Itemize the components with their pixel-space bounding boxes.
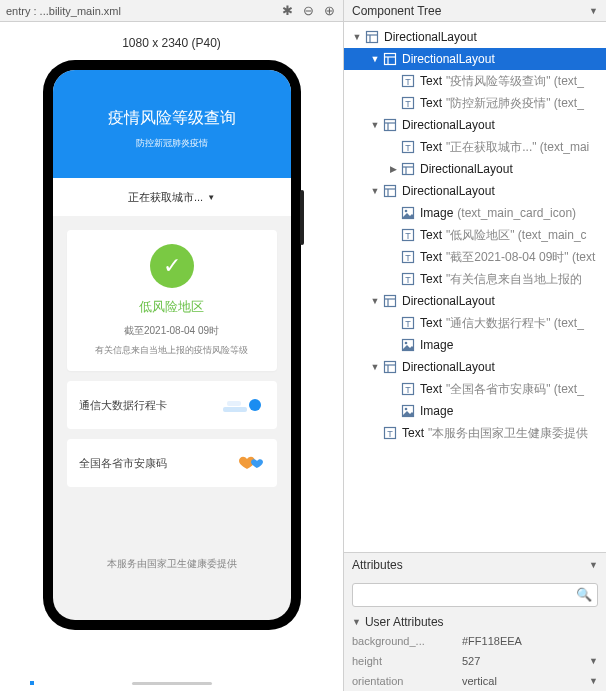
image-icon — [400, 337, 416, 353]
tree-node-extra: "通信大数据行程卡" (text_ — [446, 315, 584, 332]
attr-value[interactable]: vertical▼ — [462, 675, 598, 687]
tree-node-label: Text — [420, 250, 442, 264]
tree-row[interactable]: ▼DirectionalLayout — [344, 48, 606, 70]
tree-node-extra: "有关信息来自当地上报的 — [446, 271, 582, 288]
twisty-icon[interactable]: ▼ — [368, 186, 382, 196]
tree-row[interactable]: ▼DirectionalLayout — [344, 114, 606, 136]
tree-row[interactable]: TText"全国各省市安康码" (text_ — [344, 378, 606, 400]
twisty-icon[interactable]: ▼ — [368, 296, 382, 306]
twisty-icon[interactable]: ▼ — [368, 362, 382, 372]
tree-row[interactable]: ▼DirectionalLayout — [344, 180, 606, 202]
search-icon: 🔍 — [576, 587, 592, 602]
travel-card-row[interactable]: 通信大数据行程卡 — [67, 381, 277, 429]
svg-point-0 — [249, 399, 261, 411]
overlay-icon[interactable]: ✱ — [282, 3, 293, 18]
chevron-down-icon: ▼ — [589, 560, 598, 570]
attribute-row[interactable]: height527▼ — [344, 651, 606, 671]
chevron-down-icon: ▼ — [589, 676, 598, 686]
image-icon — [400, 403, 416, 419]
layout-icon — [382, 183, 398, 199]
risk-note: 有关信息来自当地上报的疫情风险等级 — [77, 344, 267, 357]
city-bar[interactable]: 正在获取城市... ▼ — [53, 178, 291, 216]
attr-value[interactable]: #FF118EEA — [462, 635, 598, 647]
health-code-row[interactable]: 全国各省市安康码 — [67, 439, 277, 487]
tree-row[interactable]: TText"正在获取城市..." (text_mai — [344, 136, 606, 158]
svg-text:T: T — [405, 77, 411, 87]
chevron-down-icon: ▼ — [589, 6, 598, 16]
tree-row[interactable]: TText"防控新冠肺炎疫情" (text_ — [344, 92, 606, 114]
attributes-title[interactable]: Attributes ▼ — [344, 553, 606, 577]
zoom-out-icon[interactable]: ⊖ — [303, 3, 314, 18]
chevron-down-icon: ▼ — [589, 656, 598, 666]
text-icon: T — [382, 425, 398, 441]
text-icon: T — [400, 227, 416, 243]
tree-row[interactable]: TText"本服务由国家卫生健康委提供 — [344, 422, 606, 444]
device-frame: 疫情风险等级查询 防控新冠肺炎疫情 正在获取城市... ▼ ✓ 低风险地区 截至… — [43, 60, 301, 630]
tree-row[interactable]: ▼DirectionalLayout — [344, 290, 606, 312]
health-code-image — [217, 453, 265, 473]
tree-row[interactable]: ▼DirectionalLayout — [344, 356, 606, 378]
tree-node-label: Text — [420, 272, 442, 286]
text-icon: T — [400, 315, 416, 331]
tree-node-label: DirectionalLayout — [402, 294, 495, 308]
tree-row[interactable]: Image — [344, 334, 606, 356]
tree-row[interactable]: Image(text_main_card_icon) — [344, 202, 606, 224]
svg-text:T: T — [405, 385, 411, 395]
chevron-down-icon: ▼ — [207, 193, 215, 202]
svg-rect-18 — [403, 164, 414, 175]
preview-bottom-bar — [0, 675, 343, 691]
layout-icon — [400, 161, 416, 177]
twisty-icon[interactable]: ▼ — [350, 32, 364, 42]
svg-text:T: T — [405, 143, 411, 153]
tree-row[interactable]: TText"低风险地区" (text_main_c — [344, 224, 606, 246]
component-tree[interactable]: ▼DirectionalLayout▼DirectionalLayoutTTex… — [344, 22, 606, 552]
svg-rect-6 — [385, 54, 396, 65]
tree-row[interactable]: TText"疫情风险等级查询" (text_ — [344, 70, 606, 92]
tree-node-label: Text — [420, 228, 442, 242]
inspector-pane: Component Tree ▼ ▼DirectionalLayout▼Dire… — [344, 0, 606, 691]
tree-row[interactable]: TText"截至2021-08-04 09时" (text — [344, 246, 606, 268]
tree-row[interactable]: TText"有关信息来自当地上报的 — [344, 268, 606, 290]
layout-icon — [364, 29, 380, 45]
tree-node-label: DirectionalLayout — [402, 360, 495, 374]
app-subtitle: 防控新冠肺炎疫情 — [53, 137, 291, 150]
tree-row[interactable]: ▶DirectionalLayout — [344, 158, 606, 180]
tree-node-extra: (text_main_card_icon) — [457, 206, 576, 220]
app-header: 疫情风险等级查询 防控新冠肺炎疫情 — [53, 70, 291, 178]
user-attributes-group[interactable]: ▼ User Attributes — [344, 613, 606, 631]
svg-text:T: T — [405, 275, 411, 285]
svg-rect-21 — [385, 186, 396, 197]
attribute-row[interactable]: orientationvertical▼ — [344, 671, 606, 691]
file-tab[interactable]: entry : ...bility_main.xml — [4, 5, 282, 17]
svg-rect-13 — [385, 120, 396, 131]
preview-tabbar: entry : ...bility_main.xml ✱ ⊖ ⊕ — [0, 0, 343, 22]
text-icon: T — [400, 73, 416, 89]
twisty-icon[interactable]: ▶ — [386, 164, 400, 174]
attributes-panel: Attributes ▼ 🔍 ▼ User Attributes backgro… — [344, 552, 606, 691]
tree-row[interactable]: Image — [344, 400, 606, 422]
attr-key: orientation — [352, 675, 462, 687]
preview-pane: entry : ...bility_main.xml ✱ ⊖ ⊕ 1080 x … — [0, 0, 344, 691]
risk-date: 截至2021-08-04 09时 — [77, 324, 267, 338]
city-loading-text: 正在获取城市... — [128, 190, 203, 205]
svg-rect-1 — [223, 407, 247, 412]
attr-value[interactable]: 527▼ — [462, 655, 598, 667]
twisty-icon[interactable]: ▼ — [368, 54, 382, 64]
risk-card: ✓ 低风险地区 截至2021-08-04 09时 有关信息来自当地上报的疫情风险… — [67, 230, 277, 371]
app-title: 疫情风险等级查询 — [53, 108, 291, 129]
attribute-row[interactable]: background_...#FF118EEA — [344, 631, 606, 651]
text-icon: T — [400, 381, 416, 397]
tree-node-label: Text — [420, 316, 442, 330]
tree-row[interactable]: ▼DirectionalLayout — [344, 26, 606, 48]
tree-node-label: Text — [420, 74, 442, 88]
twisty-icon[interactable]: ▼ — [368, 120, 382, 130]
layout-icon — [382, 117, 398, 133]
travel-card-label: 通信大数据行程卡 — [79, 398, 167, 413]
component-tree-title[interactable]: Component Tree ▼ — [344, 0, 606, 22]
text-icon: T — [400, 95, 416, 111]
zoom-in-icon[interactable]: ⊕ — [324, 3, 335, 18]
attributes-search-input[interactable] — [352, 583, 598, 607]
tree-node-label: DirectionalLayout — [384, 30, 477, 44]
tree-row[interactable]: TText"通信大数据行程卡" (text_ — [344, 312, 606, 334]
device-screen[interactable]: 疫情风险等级查询 防控新冠肺炎疫情 正在获取城市... ▼ ✓ 低风险地区 截至… — [53, 70, 291, 620]
